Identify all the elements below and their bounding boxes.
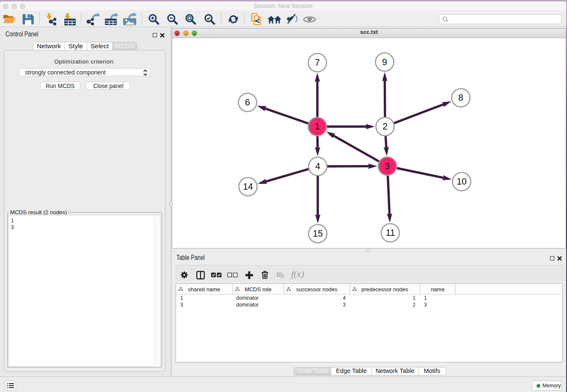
svg-text:15: 15 bbox=[313, 229, 323, 239]
svg-text:1: 1 bbox=[315, 121, 320, 132]
svg-text:10: 10 bbox=[457, 177, 467, 187]
svg-text:14: 14 bbox=[243, 182, 253, 192]
svg-text:6: 6 bbox=[245, 97, 250, 108]
svg-text:2: 2 bbox=[383, 121, 388, 132]
svg-text:4: 4 bbox=[315, 161, 320, 171]
svg-text:7: 7 bbox=[315, 58, 320, 68]
svg-text:9: 9 bbox=[382, 57, 387, 67]
svg-text:11: 11 bbox=[385, 228, 395, 238]
svg-text:8: 8 bbox=[458, 93, 463, 103]
svg-text:3: 3 bbox=[385, 161, 390, 171]
